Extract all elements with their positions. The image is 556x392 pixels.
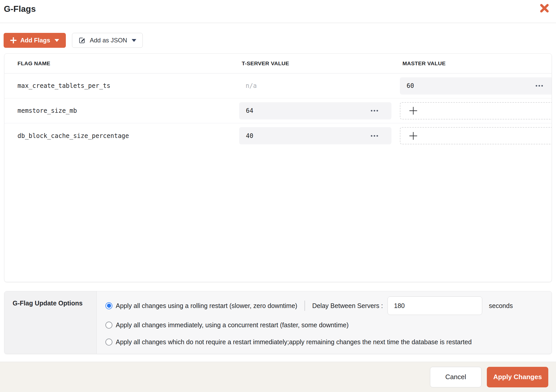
master-value: 60 — [407, 82, 414, 89]
seconds-unit-label: seconds — [489, 302, 513, 310]
options-content: Apply all changes using a rolling restar… — [97, 291, 552, 354]
table-header-row: FLAG NAME T-SERVER VALUE MASTER VALUE — [4, 54, 552, 73]
row-actions-menu-icon[interactable] — [370, 108, 379, 114]
caret-down-icon — [55, 39, 59, 42]
row-actions-menu-icon[interactable] — [535, 83, 544, 89]
radio-concurrent-restart[interactable] — [105, 322, 112, 329]
add-as-json-label: Add as JSON — [90, 37, 127, 44]
options-title: G-Flag Update Options — [13, 300, 91, 307]
delay-seconds-input[interactable] — [388, 296, 482, 315]
add-as-json-button[interactable]: Add as JSON — [72, 33, 143, 48]
radio-label: Apply all changes using a rolling restar… — [116, 302, 297, 310]
options-label-column: G-Flag Update Options — [4, 291, 97, 354]
page-title: G-Flags — [4, 4, 549, 14]
modal-header: G-Flags — [0, 0, 556, 23]
gflag-update-options-panel: G-Flag Update Options Apply all changes … — [4, 291, 552, 354]
add-master-value-button[interactable] — [400, 102, 552, 119]
tserver-value-na: n/a — [239, 82, 257, 89]
add-flags-button[interactable]: Add Flags — [4, 33, 66, 48]
row-actions-menu-icon[interactable] — [370, 133, 379, 139]
toolbar: Add Flags Add as JSON — [4, 33, 556, 48]
tserver-value: 40 — [246, 132, 253, 139]
table-row: db_block_cache_size_percentage 40 — [4, 123, 552, 148]
master-value-field[interactable]: 60 — [400, 77, 552, 95]
flags-table: FLAG NAME T-SERVER VALUE MASTER VALUE ma… — [4, 53, 552, 282]
plus-icon — [10, 37, 16, 43]
column-header-tserver-value: T-SERVER VALUE — [239, 60, 391, 67]
column-header-flag-name: FLAG NAME — [4, 60, 231, 67]
radio-label: Apply all changes which do not require a… — [116, 338, 472, 346]
plus-icon — [409, 106, 417, 115]
cancel-button[interactable]: Cancel — [430, 367, 481, 387]
flag-name: memstore_size_mb — [4, 107, 77, 114]
radio-no-restart[interactable] — [105, 339, 112, 346]
flag-name: max_create_tablets_per_ts — [4, 82, 110, 89]
close-button[interactable] — [540, 4, 549, 13]
column-header-master-value: MASTER VALUE — [400, 60, 552, 67]
tserver-value-field[interactable]: 64 — [239, 102, 391, 119]
option-row-no-restart: Apply all changes which do not require a… — [105, 337, 544, 347]
flag-name: db_block_cache_size_percentage — [4, 132, 129, 139]
add-flags-label: Add Flags — [20, 37, 50, 44]
tserver-value-field[interactable]: 40 — [239, 127, 391, 144]
close-icon — [540, 4, 549, 13]
delay-between-servers-label: Delay Between Servers : — [312, 302, 383, 310]
modal-footer: Cancel Apply Changes — [0, 362, 556, 392]
add-master-value-button[interactable] — [400, 127, 552, 144]
table-row: memstore_size_mb 64 — [4, 98, 552, 123]
radio-rolling-restart[interactable] — [105, 302, 112, 309]
radio-label: Apply all changes immediately, using a c… — [116, 321, 349, 329]
plus-icon — [409, 132, 417, 140]
edit-pencil-icon — [78, 37, 86, 44]
vertical-divider — [304, 301, 305, 311]
tserver-value: 64 — [246, 107, 253, 114]
apply-changes-button[interactable]: Apply Changes — [487, 367, 548, 387]
option-row-rolling-restart: Apply all changes using a rolling restar… — [105, 296, 544, 315]
caret-down-icon — [132, 39, 136, 42]
option-row-concurrent-restart: Apply all changes immediately, using a c… — [105, 320, 544, 330]
table-row: max_create_tablets_per_ts n/a 60 — [4, 73, 552, 98]
